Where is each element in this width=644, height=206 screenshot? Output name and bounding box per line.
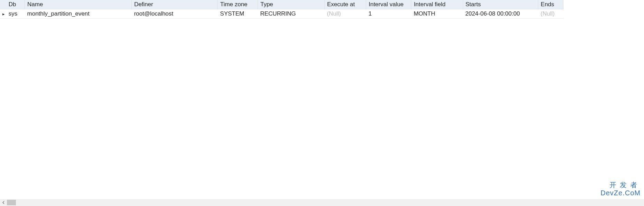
cell-execute-at[interactable]: (Null) <box>325 9 366 19</box>
table-header-row: Db Name Definer Time zone Type Execute a… <box>0 0 563 9</box>
row-indicator-icon: ▸ <box>0 9 6 19</box>
cell-interval-field[interactable]: MONTH <box>411 9 463 19</box>
events-table-container: Db Name Definer Time zone Type Execute a… <box>0 0 644 206</box>
cell-starts[interactable]: 2024-06-08 00:00:00 <box>463 9 538 19</box>
scroll-thumb[interactable] <box>7 200 16 205</box>
col-db[interactable]: Db <box>6 0 25 9</box>
table-row[interactable]: ▸ sys monthly_partition_event root@local… <box>0 9 563 19</box>
cell-ends[interactable]: (Null) <box>538 9 563 19</box>
col-definer[interactable]: Definer <box>132 0 218 9</box>
cell-name[interactable]: monthly_partition_event <box>25 9 132 19</box>
col-time-zone[interactable]: Time zone <box>218 0 258 9</box>
col-ends[interactable]: Ends <box>538 0 563 9</box>
horizontal-scrollbar[interactable] <box>0 199 644 206</box>
col-execute-at[interactable]: Execute at <box>325 0 366 9</box>
cell-db[interactable]: sys <box>6 9 25 19</box>
cell-time-zone[interactable]: SYSTEM <box>218 9 258 19</box>
col-indicator[interactable] <box>0 0 6 9</box>
cell-definer[interactable]: root@localhost <box>132 9 218 19</box>
col-starts[interactable]: Starts <box>463 0 538 9</box>
scroll-left-arrow-icon[interactable] <box>0 199 7 206</box>
cell-interval-value[interactable]: 1 <box>366 9 411 19</box>
col-name[interactable]: Name <box>25 0 132 9</box>
col-interval-value[interactable]: Interval value <box>366 0 411 9</box>
col-interval-field[interactable]: Interval field <box>411 0 463 9</box>
col-type[interactable]: Type <box>258 0 325 9</box>
cell-type[interactable]: RECURRING <box>258 9 325 19</box>
events-table: Db Name Definer Time zone Type Execute a… <box>0 0 563 19</box>
